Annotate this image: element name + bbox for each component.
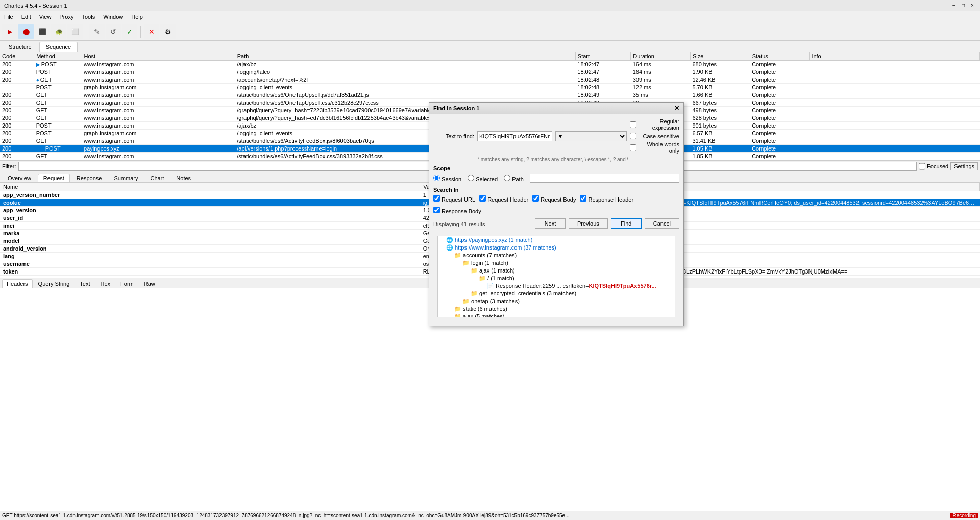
tab-overview[interactable]: Overview (2, 174, 37, 182)
find-button[interactable]: Find (611, 218, 642, 229)
cell-size: 667 bytes (690, 99, 750, 107)
maximize-button[interactable]: □ (960, 2, 967, 9)
cell-size: 628 bytes (690, 114, 750, 122)
menu-file[interactable]: File (0, 13, 17, 21)
tab-notes[interactable]: Notes (170, 174, 197, 182)
req-name-cell: model (0, 237, 420, 245)
dialog-close-button[interactable]: ✕ (674, 105, 679, 112)
table-row[interactable]: 200 ●GET www.instagram.com /accounts/one… (0, 76, 980, 84)
cell-method: GET (34, 137, 82, 145)
tree-item[interactable]: 📄 Response Header:2259 ... csrftoken=KIQ… (438, 282, 675, 290)
search-resp-header-checkbox[interactable] (580, 195, 586, 202)
find-dialog: Find in Session 1 ✕ Text to find: ▼ Regu… (429, 102, 684, 326)
cell-start: 18:02:48 (575, 76, 630, 84)
scope-selected-radio[interactable] (468, 175, 474, 181)
cell-code: 200 (0, 122, 34, 130)
tree-item[interactable]: 📁 / (1 match) (438, 275, 675, 282)
tree-item[interactable]: 📁 ajax (5 matches) (438, 313, 675, 317)
search-req-header: Request Header (479, 195, 528, 203)
settings-button[interactable]: ⚙ (160, 24, 176, 39)
cell-info (810, 153, 980, 160)
tab-query-string[interactable]: Query String (34, 279, 75, 288)
tab-sequence[interactable]: Sequence (39, 42, 78, 52)
pause-button[interactable]: ⬛ (35, 24, 50, 39)
cell-code: 200 (0, 153, 34, 160)
compose-button[interactable]: ✎ (89, 24, 105, 39)
find-text-input[interactable] (477, 131, 552, 141)
tab-headers[interactable]: Headers (2, 279, 33, 288)
start-button[interactable]: ▶ (2, 24, 17, 39)
validate-button[interactable]: ✓ (122, 24, 137, 39)
cell-info (810, 107, 980, 114)
next-button[interactable]: Next (535, 218, 566, 229)
whole-words-checkbox[interactable] (630, 144, 636, 151)
repeat-button[interactable]: ↺ (106, 24, 121, 39)
table-row[interactable]: 200 ▶POST www.instagram.com /ajax/bz 18:… (0, 61, 980, 68)
tab-raw[interactable]: Raw (139, 279, 160, 288)
table-row[interactable]: 200 POST www.instagram.com /logging/falc… (0, 68, 980, 76)
tree-item[interactable]: 📁 static (6 matches) (438, 305, 675, 313)
cell-size: 901 bytes (690, 122, 750, 130)
focused-checkbox[interactable] (919, 162, 925, 171)
find-text-dropdown[interactable]: ▼ (555, 131, 627, 141)
breakpoint-button[interactable]: ⬜ (67, 24, 83, 39)
tree-item[interactable]: 📁 onetap (3 matches) (438, 298, 675, 305)
case-label: Case sensitive (639, 133, 679, 139)
menu-tools[interactable]: Tools (78, 13, 99, 21)
tree-item[interactable]: 📁 ajax (1 match) (438, 267, 675, 275)
scope-path-input[interactable] (530, 174, 679, 183)
search-resp-body: Response Body (433, 207, 481, 214)
cell-method: POST (34, 84, 82, 91)
previous-button[interactable]: Previous (569, 218, 608, 229)
tab-structure[interactable]: Structure (2, 42, 38, 52)
table-row[interactable]: 200 GET www.instagram.com /static/bundle… (0, 91, 980, 99)
col-header-info: Info (810, 52, 980, 61)
scope-session-radio[interactable] (433, 175, 440, 181)
menu-edit[interactable]: Edit (17, 13, 35, 21)
clear-button[interactable]: ✕ (144, 24, 159, 39)
search-in-section: Search In Request URL Request Header Req… (433, 187, 679, 214)
cell-start: 18:02:48 (575, 84, 630, 91)
menu-proxy[interactable]: Proxy (55, 13, 78, 21)
tree-item[interactable]: 📁 get_encrypted_credentials (3 matches) (438, 290, 675, 298)
tab-hex[interactable]: Hex (96, 279, 115, 288)
close-button[interactable]: × (969, 2, 976, 9)
statusbar: GET https://scontent-sea1-1.cdn.instagra… (0, 511, 980, 513)
menu-window[interactable]: Window (99, 13, 127, 21)
tree-item[interactable]: 🌐 https://payingpos.xyz (1 match) (438, 236, 675, 244)
minimize-button[interactable]: − (950, 2, 958, 9)
find-text-label: Text to find: (433, 133, 474, 139)
filter-settings-button[interactable]: Settings (950, 162, 978, 170)
tab-form[interactable]: Form (116, 279, 138, 288)
search-req-url-checkbox[interactable] (433, 195, 440, 202)
search-req-body-checkbox[interactable] (532, 195, 539, 202)
tab-response[interactable]: Response (71, 174, 108, 182)
search-resp-header: Response Header (580, 195, 633, 203)
tree-item[interactable]: 📁 login (1 match) (438, 259, 675, 267)
case-checkbox[interactable] (630, 133, 636, 139)
table-row[interactable]: POST graph.instagram.com /logging_client… (0, 84, 980, 91)
cell-host: www.instagram.com (82, 114, 235, 122)
cell-method: ▶POST (34, 61, 82, 68)
search-req-header-checkbox[interactable] (479, 195, 486, 202)
turtle-button[interactable]: 🐢 (51, 24, 66, 39)
cell-method: GET (34, 99, 82, 107)
tree-item[interactable]: 🌐 https://www.instagram.com (37 matches) (438, 244, 675, 252)
scope-path-radio[interactable] (504, 175, 510, 181)
cell-info (810, 61, 980, 68)
cancel-button[interactable]: Cancel (645, 218, 679, 229)
stop-button[interactable]: ⬤ (18, 24, 34, 39)
tab-text[interactable]: Text (75, 279, 94, 288)
cell-size: 6.57 KB (690, 130, 750, 137)
cell-method: ◀▶POST (34, 145, 82, 153)
tree-item[interactable]: 📁 accounts (7 matches) (438, 252, 675, 259)
tab-request[interactable]: Request (38, 174, 70, 182)
tab-chart[interactable]: Chart (144, 174, 169, 182)
cell-start: 18:02:49 (575, 91, 630, 99)
filter-label: Filter: (2, 163, 16, 169)
menu-help[interactable]: Help (127, 13, 147, 21)
tab-summary[interactable]: Summary (108, 174, 143, 182)
menu-view[interactable]: View (35, 13, 56, 21)
search-resp-body-checkbox[interactable] (433, 207, 440, 213)
regex-checkbox[interactable] (630, 121, 636, 128)
